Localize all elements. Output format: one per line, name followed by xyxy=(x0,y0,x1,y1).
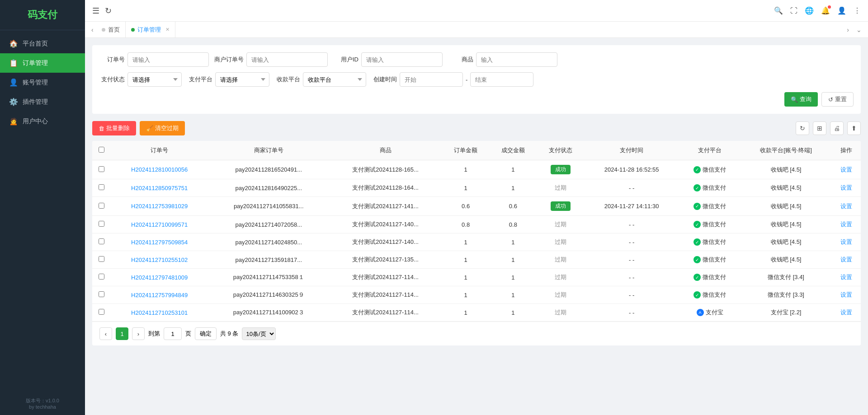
row-3-product: 支付测试20241127-140... xyxy=(329,216,442,233)
th-pay-time: 支付时间 xyxy=(584,141,679,160)
row-0-checkbox[interactable] xyxy=(99,166,104,172)
row-5-checkbox[interactable] xyxy=(99,256,104,262)
row-8-order-link[interactable]: H2024112710253101 xyxy=(131,309,188,316)
user-id-label: 用户ID xyxy=(333,56,359,64)
tab-prev-btn[interactable]: ‹ xyxy=(89,26,96,33)
sidebar-item-home[interactable]: 🏠 平台首页 xyxy=(0,34,85,53)
fullscreen-icon[interactable]: ⛶ xyxy=(790,7,797,15)
user-avatar-icon[interactable]: 👤 xyxy=(837,6,846,15)
search-reset-area: 🔍 查询 ↺ 重置 xyxy=(99,92,854,107)
th-action: 操作 xyxy=(831,141,861,160)
row-6-order-link[interactable]: H2024112797481009 xyxy=(131,274,188,281)
table-row: H2024112710253101pay20241127114100902３支付… xyxy=(92,304,861,322)
sidebar-item-users[interactable]: 🙍 用户中心 xyxy=(0,112,85,131)
row-0-order-link[interactable]: H2024112810010056 xyxy=(131,166,188,173)
row-5-pay-platform: ✓微信支付 xyxy=(679,251,740,269)
select-all-checkbox[interactable] xyxy=(99,147,104,153)
row-2-pay-platform: ✓微信支付 xyxy=(679,197,740,216)
merchant-order-input[interactable] xyxy=(246,52,328,67)
create-time-start-input[interactable] xyxy=(400,72,463,87)
row-0-set-button[interactable]: 设置 xyxy=(840,166,852,174)
batch-delete-button[interactable]: 🗑 批量删除 xyxy=(92,121,136,135)
row-7-order-link[interactable]: H2024112757994849 xyxy=(131,292,188,298)
reset-button[interactable]: ↺ 重置 xyxy=(821,92,854,107)
sidebar-item-orders[interactable]: 📋 订单管理 xyxy=(0,53,85,73)
row-8-set-button[interactable]: 设置 xyxy=(840,308,852,317)
row-4-order-no: H2024112797509854 xyxy=(110,233,208,251)
users-icon: 🙍 xyxy=(9,117,18,126)
table-refresh-btn[interactable]: ↻ xyxy=(796,121,809,135)
print-btn[interactable]: 🖨 xyxy=(830,121,844,135)
filter-pay-platform-group: 支付平台 请选择 微信支付 支付宝 xyxy=(187,72,269,87)
sidebar-item-plugins[interactable]: ⚙️ 插件管理 xyxy=(0,92,85,112)
row-7-checkbox-cell xyxy=(92,286,110,304)
notification-icon[interactable]: 🔔 xyxy=(821,6,830,15)
row-6-set-button[interactable]: 设置 xyxy=(840,273,852,281)
filter-collect-platform-group: 收款平台 收款平台 收钱吧 xyxy=(275,72,366,87)
tab-expand-btn[interactable]: ⌄ xyxy=(854,26,864,33)
menu-toggle-icon[interactable]: ☰ xyxy=(92,6,99,16)
sidebar-item-accounts[interactable]: 👤 账号管理 xyxy=(0,73,85,92)
create-time-end-input[interactable] xyxy=(470,72,533,87)
row-6-checkbox[interactable] xyxy=(99,274,104,280)
column-settings-btn[interactable]: ⊞ xyxy=(813,121,826,135)
filter-order-no-group: 订单号 xyxy=(99,52,209,67)
pay-platform-select[interactable]: 请选择 微信支付 支付宝 xyxy=(215,72,269,87)
row-7-set-button[interactable]: 设置 xyxy=(840,291,852,299)
row-1-product: 支付测试20241128-164... xyxy=(329,179,442,197)
globe-icon[interactable]: 🌐 xyxy=(805,6,814,15)
notification-dot xyxy=(828,5,831,9)
row-1-checkbox[interactable] xyxy=(99,184,104,190)
tab-orders-close[interactable]: ✕ xyxy=(165,27,170,33)
table-row: H2024112710099571pay2024112714072058...支… xyxy=(92,216,861,233)
clear-expired-button[interactable]: 🧹 清空过期 xyxy=(140,121,185,135)
row-3-order-link[interactable]: H2024112710099571 xyxy=(131,221,188,228)
row-4-pay-time: - - xyxy=(584,233,679,251)
row-1-set-button[interactable]: 设置 xyxy=(840,184,852,192)
search-icon[interactable]: 🔍 xyxy=(774,6,783,15)
row-2-order-link[interactable]: H2024112753981029 xyxy=(131,203,188,210)
collect-platform-label: 收款平台 xyxy=(275,75,300,84)
page-next-btn[interactable]: › xyxy=(132,327,145,340)
row-3-deal-amount: 0.8 xyxy=(490,216,537,233)
order-no-input[interactable] xyxy=(127,52,209,67)
tab-orders[interactable]: 订单管理 ✕ xyxy=(126,22,175,38)
row-5-set-button[interactable]: 设置 xyxy=(840,256,852,264)
row-4-set-button[interactable]: 设置 xyxy=(840,238,852,246)
row-1-order-link[interactable]: H2024112850975751 xyxy=(131,185,188,191)
row-3-set-button[interactable]: 设置 xyxy=(840,220,852,228)
row-2-status-badge: 成功 xyxy=(551,201,571,211)
refresh-icon[interactable]: ↻ xyxy=(105,6,112,16)
row-8-checkbox[interactable] xyxy=(99,309,104,315)
product-input[interactable] xyxy=(476,52,557,67)
goto-page-input[interactable] xyxy=(164,327,182,340)
tab-orders-label: 订单管理 xyxy=(137,26,161,34)
more-icon[interactable]: ⋮ xyxy=(854,6,861,15)
export-btn[interactable]: ⬆ xyxy=(847,121,861,135)
row-2-status: 成功 xyxy=(537,197,584,216)
row-3-amount: 0.8 xyxy=(442,216,490,233)
page-confirm-btn[interactable]: 确定 xyxy=(195,327,217,340)
per-page-select[interactable]: 10条/页 20条/页 50条/页 xyxy=(242,327,276,340)
row-4-amount: 1 xyxy=(442,233,490,251)
page-prev-btn[interactable]: ‹ xyxy=(99,327,112,340)
row-2-set-button[interactable]: 设置 xyxy=(840,202,852,210)
reset-icon: ↺ xyxy=(828,96,833,103)
goto-label: 到第 xyxy=(148,330,160,338)
pay-status-select[interactable]: 请选择 成功 过期 xyxy=(127,72,182,87)
page-1-btn[interactable]: 1 xyxy=(116,327,128,340)
search-button[interactable]: 🔍 查询 xyxy=(784,92,818,107)
row-2-checkbox[interactable] xyxy=(99,203,104,209)
tab-home[interactable]: 首页 xyxy=(96,22,126,38)
user-id-input[interactable] xyxy=(361,52,443,67)
collect-platform-select[interactable]: 收款平台 收钱吧 xyxy=(303,72,366,87)
tab-next-btn[interactable]: › xyxy=(844,26,852,33)
row-4-checkbox-cell xyxy=(92,233,110,251)
row-7-checkbox[interactable] xyxy=(99,291,104,297)
row-5-order-link[interactable]: H2024112710255102 xyxy=(131,256,188,263)
row-3-collect-platform: 收钱吧 [4.5] xyxy=(741,216,831,233)
row-3-checkbox[interactable] xyxy=(99,221,104,227)
row-4-checkbox[interactable] xyxy=(99,238,104,244)
sidebar-item-plugins-label: 插件管理 xyxy=(23,98,48,106)
row-4-order-link[interactable]: H2024112797509854 xyxy=(131,239,188,246)
